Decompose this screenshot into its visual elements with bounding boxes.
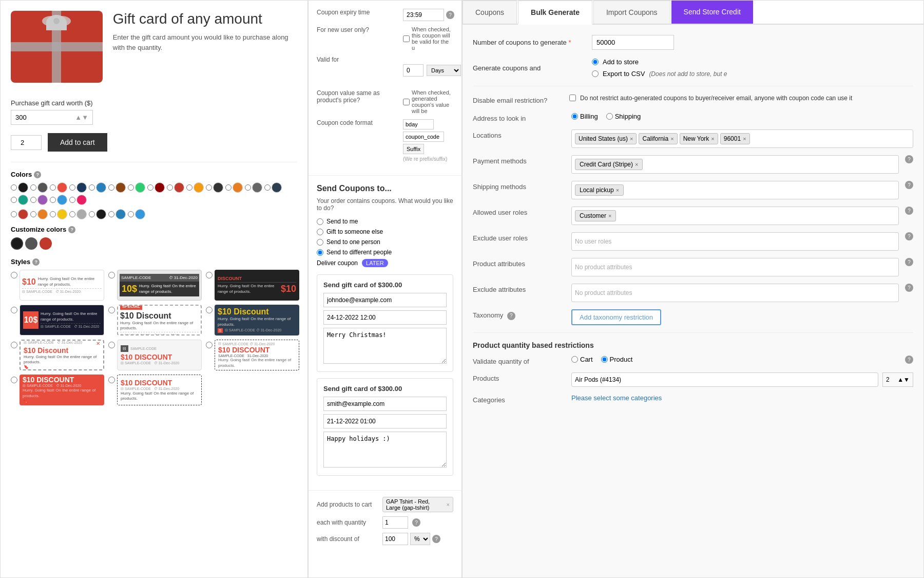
coupon-code-input[interactable]	[403, 132, 444, 142]
style-radio-6[interactable]	[206, 307, 213, 313]
color-radio-r2-2[interactable]	[30, 211, 36, 217]
style-radio-9[interactable]	[206, 342, 213, 348]
deliver-toggle[interactable]: LATER	[362, 259, 388, 267]
gift-date-1[interactable]	[323, 310, 447, 325]
product-attrs-info-icon[interactable]: ?	[905, 258, 913, 266]
coupon-value-checkbox[interactable]	[403, 99, 410, 105]
color-radio-3[interactable]	[50, 184, 56, 191]
amount-input[interactable]	[15, 114, 75, 121]
product-tag-remove[interactable]: ×	[447, 501, 450, 508]
color-radio-2[interactable]	[30, 184, 36, 191]
expiry-info-icon[interactable]: ?	[446, 11, 454, 19]
product-attrs-box[interactable]: No product attributes	[571, 258, 899, 276]
style-radio-11[interactable]	[108, 377, 115, 383]
remove-ca-tag[interactable]: ×	[670, 136, 673, 142]
billing-radio[interactable]	[571, 113, 578, 120]
gift-someone-radio[interactable]	[317, 229, 323, 235]
remove-user-role-tag[interactable]: ×	[608, 213, 611, 219]
color-dot-darkred[interactable]	[155, 182, 165, 193]
add-taxonomy-button[interactable]: Add taxonomy restriction	[571, 309, 661, 325]
color-radio-12[interactable]	[225, 184, 232, 191]
taxonomy-info-icon[interactable]: ?	[507, 312, 515, 320]
color-radio-14[interactable]	[264, 184, 271, 191]
style-radio-3[interactable]	[206, 272, 213, 278]
customize-colors-help-icon[interactable]: ?	[68, 226, 75, 233]
color-radio-7[interactable]	[128, 184, 134, 191]
send-different-radio[interactable]	[317, 249, 323, 256]
gift-email-1[interactable]	[323, 293, 447, 307]
new-user-checkbox[interactable]	[403, 35, 410, 42]
shipping-info-icon[interactable]: ?	[905, 181, 913, 189]
remove-payment-tag[interactable]: ×	[635, 161, 638, 167]
tab-bulk-generate[interactable]: Bulk Generate	[518, 1, 592, 25]
export-csv-radio[interactable]	[592, 70, 599, 77]
color-radio-r2-5[interactable]	[89, 211, 95, 217]
color-dot-darkgray[interactable]	[213, 182, 223, 193]
style-radio-5[interactable]	[108, 307, 115, 313]
validate-info-icon[interactable]: ?	[905, 356, 913, 364]
exclude-attrs-box[interactable]: No product attributes	[571, 284, 899, 302]
disable-email-checkbox[interactable]	[569, 95, 576, 101]
color-radio-r2-4[interactable]	[69, 211, 75, 217]
remove-ny-tag[interactable]: ×	[711, 136, 714, 142]
discount-unit-select[interactable]: % $	[410, 533, 430, 545]
color-radio-r2-6[interactable]	[108, 211, 114, 217]
color-dot-red[interactable]	[57, 182, 67, 193]
remove-shipping-tag[interactable]: ×	[616, 187, 619, 193]
color-dot-darkorange[interactable]	[233, 182, 243, 193]
styles-help-icon[interactable]: ?	[32, 258, 40, 266]
payment-methods-box[interactable]: Credit Card (Stripe) ×	[571, 155, 899, 174]
color-radio-10[interactable]	[186, 184, 192, 191]
each-qty-input[interactable]	[382, 516, 408, 529]
cart-radio[interactable]	[571, 356, 578, 363]
custom-color-2[interactable]	[25, 237, 37, 250]
location-tags-container[interactable]: United States (us) × California × New Yo…	[571, 129, 913, 148]
color-radio-6[interactable]	[108, 184, 114, 191]
exclude-attrs-info-icon[interactable]: ?	[905, 284, 913, 292]
send-to-me-radio[interactable]	[317, 218, 323, 225]
valid-for-input[interactable]	[403, 64, 424, 77]
exclude-roles-info-icon[interactable]: ?	[905, 232, 913, 240]
color-radio-1[interactable]	[11, 184, 17, 191]
color-radio-8[interactable]	[147, 184, 153, 191]
gift-message-2[interactable]: Happy holidays :)	[323, 432, 447, 468]
payment-info-icon[interactable]: ?	[905, 155, 913, 163]
color-radio-13[interactable]	[245, 184, 251, 191]
color-radio-18[interactable]	[69, 197, 75, 203]
color-radio-r2-7[interactable]	[128, 211, 134, 217]
colors-help-icon[interactable]: ?	[34, 171, 41, 178]
style-radio-7[interactable]	[11, 342, 17, 348]
color-dot-brown[interactable]	[116, 182, 126, 193]
color-radio-15[interactable]	[11, 197, 17, 203]
valid-for-unit-select[interactable]: Days Weeks Months	[427, 65, 461, 76]
color-dot-blue[interactable]	[96, 182, 106, 193]
product-radio[interactable]	[601, 356, 608, 363]
products-search-input[interactable]	[571, 372, 878, 387]
color-dot-navy[interactable]	[76, 182, 87, 193]
coupon-prefix-input[interactable]	[403, 119, 434, 129]
send-one-radio[interactable]	[317, 239, 323, 246]
shipping-methods-box[interactable]: Local pickup ×	[571, 181, 899, 199]
expiry-input[interactable]	[403, 9, 444, 21]
each-qty-info-icon[interactable]: ?	[412, 518, 420, 527]
custom-color-1[interactable]	[11, 237, 23, 250]
color-dot-medgray[interactable]	[252, 182, 262, 193]
suffix-button[interactable]: Suffix	[403, 144, 424, 154]
style-radio-2[interactable]	[108, 272, 115, 278]
color-dot-green[interactable]	[135, 182, 145, 193]
user-roles-box[interactable]: Customer ×	[571, 207, 899, 225]
gift-date-2[interactable]	[323, 414, 447, 428]
color-dot-crimson[interactable]	[174, 182, 184, 193]
color-dot-black[interactable]	[18, 182, 28, 193]
products-qty-stepper[interactable]: 2 ▲▼	[882, 372, 913, 387]
add-to-cart-button[interactable]: Add to cart	[48, 133, 107, 152]
quantity-input[interactable]	[11, 135, 42, 150]
tab-import-coupons[interactable]: Import Coupons	[593, 1, 670, 24]
num-coupons-input[interactable]	[592, 35, 674, 50]
user-roles-info-icon[interactable]: ?	[905, 207, 913, 215]
color-dot-gray[interactable]	[37, 182, 48, 193]
discount-input[interactable]	[382, 533, 408, 545]
color-radio-11[interactable]	[206, 184, 212, 191]
shipping-radio[interactable]	[606, 113, 613, 120]
color-radio-5[interactable]	[89, 184, 95, 191]
